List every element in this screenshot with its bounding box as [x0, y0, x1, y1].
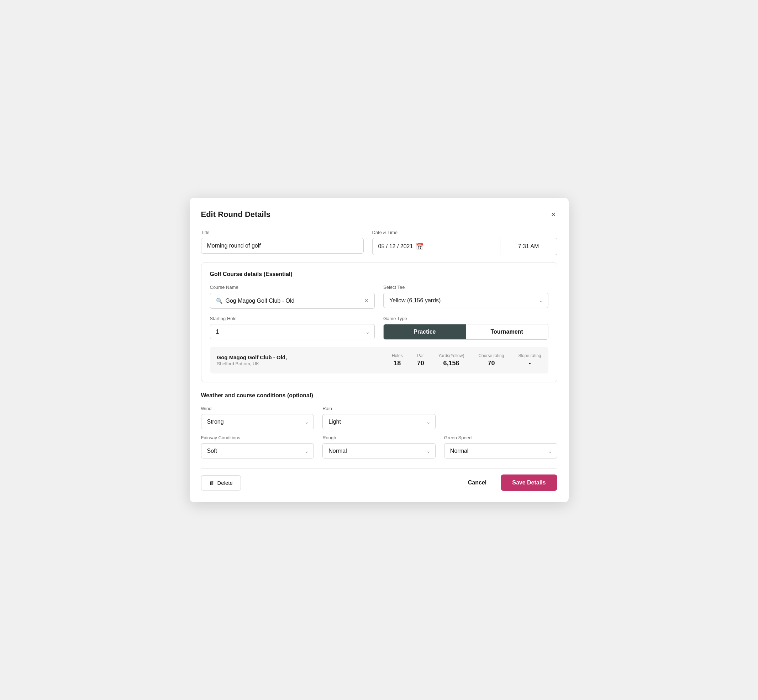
green-speed-select[interactable]: SlowNormalFast	[444, 443, 557, 458]
course-info-name-text: Gog Magog Golf Club - Old,	[217, 354, 392, 360]
course-tee-row: Course Name 🔍 ✕ Select Tee Yellow (6,156…	[210, 284, 548, 309]
title-datetime-row: Title Date & Time 05 / 12 / 2021 📅 7:31 …	[201, 230, 557, 255]
time-value: 7:31 AM	[518, 243, 539, 250]
game-type-group: Game Type Practice Tournament	[383, 316, 548, 340]
calendar-icon: 📅	[416, 242, 423, 250]
select-tee-wrap: Yellow (6,156 yards) White (6,500 yards)…	[383, 293, 548, 308]
starting-hole-group: Starting Hole 1234 5678 910 ⌄	[210, 316, 375, 340]
title-input[interactable]	[201, 238, 364, 254]
footer-actions: 🗑 Delete Cancel Save Details	[201, 469, 557, 491]
date-value: 05 / 12 / 2021	[378, 243, 413, 250]
course-rating-label: Course rating	[478, 353, 504, 358]
fairway-rough-green-row: Fairway Conditions SoftNormalHardWet ⌄ R…	[201, 435, 557, 458]
starting-hole-select[interactable]: 1234 5678 910	[210, 324, 375, 339]
rough-wrap: SoftNormalHard ⌄	[323, 443, 435, 458]
hole-gametype-row: Starting Hole 1234 5678 910 ⌄ Game Type …	[210, 316, 548, 340]
holes-stat: Holes 18	[392, 353, 403, 367]
close-button[interactable]: ×	[550, 209, 557, 220]
weather-title: Weather and course conditions (optional)	[201, 392, 557, 399]
wind-select[interactable]: NoneLightModerateStrong	[201, 414, 314, 429]
game-type-label: Game Type	[383, 316, 548, 321]
green-speed-label: Green Speed	[444, 435, 557, 441]
green-speed-group: Green Speed SlowNormalFast ⌄	[444, 435, 557, 458]
search-icon: 🔍	[216, 298, 223, 304]
holes-value: 18	[392, 359, 403, 367]
rain-wrap: NoneLightModerateHeavy ⌄	[323, 414, 435, 429]
course-name-group: Course Name 🔍 ✕	[210, 284, 375, 309]
date-input[interactable]: 05 / 12 / 2021 📅	[372, 238, 500, 255]
course-stats: Holes 18 Par 70 Yards(Yellow) 6,156 Cour…	[392, 353, 541, 367]
fairway-label: Fairway Conditions	[201, 435, 314, 441]
course-name-input[interactable]	[226, 298, 362, 304]
title-label: Title	[201, 230, 364, 235]
wind-label: Wind	[201, 406, 314, 411]
course-info-name: Gog Magog Golf Club - Old, Shelford Bott…	[217, 354, 392, 366]
par-value: 70	[417, 359, 424, 367]
course-info-location: Shelford Bottom, UK	[217, 361, 392, 366]
select-tee-select[interactable]: Yellow (6,156 yards) White (6,500 yards)…	[383, 293, 548, 308]
golf-course-section: Golf Course details (Essential) Course N…	[201, 262, 557, 382]
golf-course-title: Golf Course details (Essential)	[210, 271, 548, 277]
starting-hole-label: Starting Hole	[210, 316, 375, 321]
yards-label: Yards(Yellow)	[439, 353, 464, 358]
rain-label: Rain	[323, 406, 435, 411]
modal-header: Edit Round Details ×	[201, 209, 557, 220]
rough-label: Rough	[323, 435, 435, 441]
datetime-label: Date & Time	[372, 230, 557, 235]
slope-rating-label: Slope rating	[518, 353, 541, 358]
delete-button[interactable]: 🗑 Delete	[201, 475, 241, 491]
clear-icon[interactable]: ✕	[364, 297, 369, 304]
par-label: Par	[417, 353, 424, 358]
course-name-input-wrap[interactable]: 🔍 ✕	[210, 293, 375, 309]
wind-wrap: NoneLightModerateStrong ⌄	[201, 414, 314, 429]
save-button[interactable]: Save Details	[501, 475, 557, 491]
holes-label: Holes	[392, 353, 403, 358]
yards-value: 6,156	[439, 359, 464, 367]
footer-right: Cancel Save Details	[462, 475, 557, 491]
slope-rating-value: -	[518, 359, 541, 367]
tournament-button[interactable]: Tournament	[466, 324, 548, 339]
weather-section: Weather and course conditions (optional)…	[201, 392, 557, 458]
par-stat: Par 70	[417, 353, 424, 367]
course-rating-stat: Course rating 70	[478, 353, 504, 367]
wind-group: Wind NoneLightModerateStrong ⌄	[201, 406, 314, 429]
green-speed-wrap: SlowNormalFast ⌄	[444, 443, 557, 458]
trash-icon: 🗑	[209, 480, 215, 486]
course-info-card: Gog Magog Golf Club - Old, Shelford Bott…	[210, 347, 548, 373]
rough-group: Rough SoftNormalHard ⌄	[323, 435, 435, 458]
edit-round-modal: Edit Round Details × Title Date & Time 0…	[190, 198, 568, 502]
game-type-toggle: Practice Tournament	[383, 324, 548, 340]
datetime-group: Date & Time 05 / 12 / 2021 📅 7:31 AM	[372, 230, 557, 255]
title-group: Title	[201, 230, 364, 255]
fairway-wrap: SoftNormalHardWet ⌄	[201, 443, 314, 458]
select-tee-group: Select Tee Yellow (6,156 yards) White (6…	[383, 284, 548, 309]
fairway-group: Fairway Conditions SoftNormalHardWet ⌄	[201, 435, 314, 458]
course-name-label: Course Name	[210, 284, 375, 290]
yards-stat: Yards(Yellow) 6,156	[439, 353, 464, 367]
starting-hole-wrap: 1234 5678 910 ⌄	[210, 324, 375, 339]
rain-select[interactable]: NoneLightModerateHeavy	[323, 414, 435, 429]
cancel-button[interactable]: Cancel	[462, 475, 492, 490]
delete-label: Delete	[218, 480, 233, 486]
select-tee-label: Select Tee	[383, 284, 548, 290]
modal-title: Edit Round Details	[201, 210, 271, 219]
time-input[interactable]: 7:31 AM	[500, 238, 557, 255]
practice-button[interactable]: Practice	[384, 324, 466, 339]
course-rating-value: 70	[478, 359, 504, 367]
rain-group: Rain NoneLightModerateHeavy ⌄	[323, 406, 435, 429]
fairway-select[interactable]: SoftNormalHardWet	[201, 443, 314, 458]
wind-rain-row: Wind NoneLightModerateStrong ⌄ Rain None…	[201, 406, 557, 429]
slope-rating-stat: Slope rating -	[518, 353, 541, 367]
rough-select[interactable]: SoftNormalHard	[323, 443, 435, 458]
